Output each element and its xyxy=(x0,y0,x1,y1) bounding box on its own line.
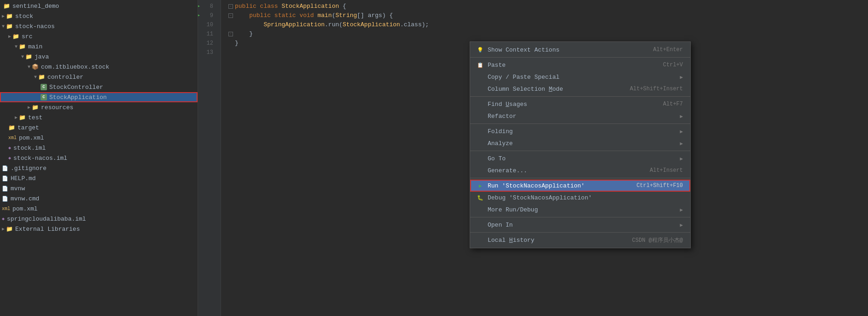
menu-item-open-in[interactable]: Open In ▶ xyxy=(470,219,690,231)
menu-label: Refactor xyxy=(488,113,516,120)
package-icon: 📦 xyxy=(32,64,39,70)
sidebar-item-pom-xml[interactable]: xml pom.xml xyxy=(0,133,198,143)
folder-icon: 📁 xyxy=(12,33,19,40)
menu-shortcut: Ctrl+Shift+F10 xyxy=(636,182,683,189)
bracket3: ) { xyxy=(382,11,393,20)
java-icon: C xyxy=(41,94,47,100)
fold-indicator[interactable]: - xyxy=(228,4,233,9)
empty-icon xyxy=(477,167,484,174)
menu-label: Debug 'StockNacosApplication' xyxy=(488,194,592,201)
sidebar-item-mvnw[interactable]: 📄 mvnw xyxy=(0,183,198,193)
sidebar-item-springcloud-iml[interactable]: ◆ springcloudalibaba.iml xyxy=(0,214,198,224)
sidebar-item-controller[interactable]: ▼ 📁 controller xyxy=(0,72,198,82)
sidebar-item-stock-iml[interactable]: ◆ stock.iml xyxy=(0,143,198,153)
menu-label: Folding xyxy=(488,128,513,135)
sidebar-item-stock-application[interactable]: C StockApplication xyxy=(0,92,198,102)
sidebar-label: main xyxy=(28,43,42,50)
sidebar-label: mvnw xyxy=(11,185,25,192)
run-icon[interactable]: ▶ xyxy=(198,2,200,11)
menu-shortcut: Alt+F7 xyxy=(663,101,683,107)
sidebar-item-test[interactable]: ▶ 📁 test xyxy=(0,112,198,123)
sidebar-item-help-md[interactable]: 📄 HELP.md xyxy=(0,173,198,183)
menu-separator xyxy=(470,151,690,151)
menu-item-paste[interactable]: 📋 Paste Ctrl+V xyxy=(470,59,690,71)
sidebar-label: src xyxy=(22,33,32,40)
submenu-arrow-icon: ▶ xyxy=(680,113,683,119)
sidebar-item-gitignore[interactable]: 📄 .gitignore xyxy=(0,163,198,173)
file-icon: 📄 xyxy=(2,165,8,171)
menu-separator xyxy=(470,96,690,97)
folder-icon: 📁 xyxy=(19,43,26,50)
fold-indicator[interactable]: - xyxy=(228,13,233,18)
menu-item-debug[interactable]: 🐛 Debug 'StockNacosApplication' xyxy=(470,192,690,204)
menu-separator xyxy=(470,123,690,124)
class-ref: StockApplication xyxy=(343,20,400,29)
sidebar-item-root-pom-xml[interactable]: xml pom.xml xyxy=(0,204,198,214)
menu-label: Open In xyxy=(488,222,513,228)
empty-icon xyxy=(477,100,484,108)
sidebar-item-stock-controller[interactable]: C StockController xyxy=(0,82,198,92)
menu-label: Paste xyxy=(488,62,506,69)
file-icon: 📄 xyxy=(2,176,8,181)
sidebar-item-package[interactable]: ▼ 📦 com.itbluebox.stock xyxy=(0,62,198,72)
line-numbers: ▶ 8 ▶ 9 10 11 12 13 xyxy=(198,0,221,316)
menu-shortcut: Ctrl+V xyxy=(663,62,683,68)
line-num-11: 11 xyxy=(198,29,217,39)
menu-item-copy-paste-special[interactable]: Copy / Paste Special ▶ xyxy=(470,71,690,83)
param-args: args xyxy=(364,11,382,20)
menu-item-left: Copy / Paste Special xyxy=(477,73,559,81)
menu-item-generate[interactable]: Generate... Alt+Insert xyxy=(470,164,690,176)
run-icon: ▶ xyxy=(477,182,484,189)
sidebar-label: External Libraries xyxy=(15,226,80,233)
menu-item-column-selection[interactable]: Column Selection Mode Alt+Shift+Insert xyxy=(470,83,690,95)
sidebar-item-stock-nacos-iml[interactable]: ◆ stock-nacos.iml xyxy=(0,153,198,163)
sidebar-label: java xyxy=(35,53,49,60)
menu-label: More Run/Debug xyxy=(488,206,538,213)
sidebar-item-sentinel-demo[interactable]: 📁 sentinel_demo xyxy=(0,1,198,11)
sidebar-item-mvnw-cmd[interactable]: 📄 mvnw.cmd xyxy=(0,193,198,204)
empty-icon xyxy=(477,112,484,120)
paste-icon: 📋 xyxy=(477,61,484,69)
sidebar-item-stock-nacos[interactable]: ▼ 📁 stock-nacos xyxy=(0,21,198,31)
menu-item-refactor[interactable]: Refactor ▶ xyxy=(470,110,690,122)
menu-item-analyze[interactable]: Analyze ▶ xyxy=(470,137,690,149)
sidebar-item-external-libs[interactable]: ▶ 📁 External Libraries xyxy=(0,224,198,234)
menu-item-left: Column Selection Mode xyxy=(477,85,563,93)
sidebar-item-stock[interactable]: ▶ 📁 stock xyxy=(0,11,198,21)
menu-item-left: 🐛 Debug 'StockNacosApplication' xyxy=(477,194,592,201)
sidebar-item-main[interactable]: ▼ 📁 main xyxy=(0,41,198,52)
menu-item-go-to[interactable]: Go To ▶ xyxy=(470,152,690,164)
menu-item-local-history[interactable]: Local History CSDN @程序员小杰@ xyxy=(470,234,690,246)
menu-label: Generate... xyxy=(488,167,527,174)
sidebar-label: springcloudalibaba.iml xyxy=(7,216,86,222)
submenu-arrow-icon: ▶ xyxy=(680,140,683,146)
menu-item-left: Local History xyxy=(477,236,534,244)
xml-icon: xml xyxy=(2,206,10,211)
menu-item-find-usages[interactable]: Find Usages Alt+F7 xyxy=(470,98,690,110)
menu-item-more-run-debug[interactable]: More Run/Debug ▶ xyxy=(470,204,690,216)
sidebar-item-target[interactable]: 📁 target xyxy=(0,123,198,133)
sidebar-label: stock-nacos xyxy=(15,23,55,30)
sidebar-item-resources[interactable]: ▶ 📁 resources xyxy=(0,102,198,112)
fold-indicator[interactable]: - xyxy=(228,32,233,36)
sidebar-item-src[interactable]: ▶ 📁 src xyxy=(0,31,198,41)
folder-icon: 📁 xyxy=(38,74,45,81)
line-num-12: 12 xyxy=(198,39,217,48)
menu-item-run[interactable]: ▶ Run 'StockNacosApplication' Ctrl+Shift… xyxy=(470,180,690,192)
folder-icon: 📁 xyxy=(19,114,26,121)
submenu-arrow-icon: ▶ xyxy=(680,129,683,135)
menu-label: Show Context Actions xyxy=(488,47,559,53)
line-num-8: ▶ 8 xyxy=(198,2,217,11)
empty-icon xyxy=(477,206,484,213)
indent-spaces xyxy=(235,20,263,29)
arrow-icon: ▼ xyxy=(2,24,5,29)
sidebar-label: stock xyxy=(15,13,33,20)
sidebar-item-java[interactable]: ▼ 📁 java xyxy=(0,52,198,62)
empty-icon xyxy=(477,221,484,228)
menu-item-show-context-actions[interactable]: 💡 Show Context Actions Alt+Enter xyxy=(470,44,690,56)
folder-icon: 📁 xyxy=(6,23,13,30)
run-icon[interactable]: ▶ xyxy=(198,11,200,20)
kw-public: public xyxy=(235,2,260,11)
folder-icon: 📁 xyxy=(6,226,13,233)
menu-item-folding[interactable]: Folding ▶ xyxy=(470,125,690,137)
